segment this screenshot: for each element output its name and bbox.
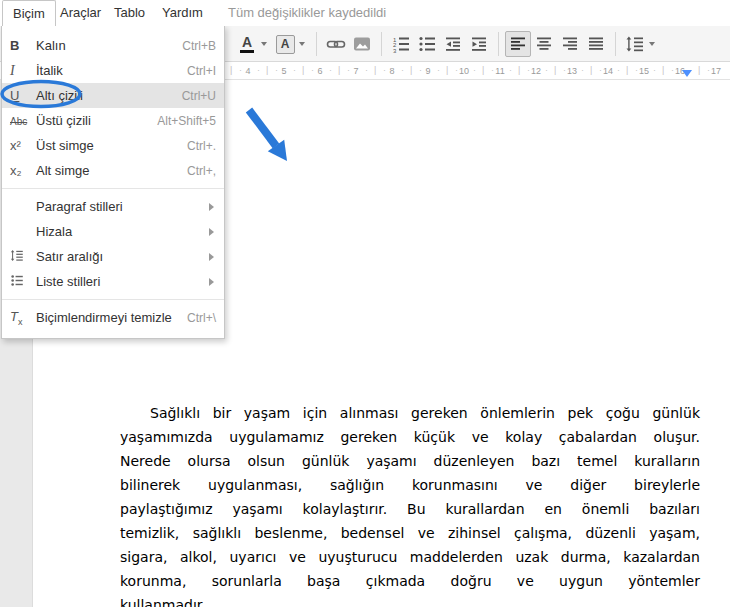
menubar: Biçim Araçlar Tablo Yardım Tüm değişikli… xyxy=(0,0,730,26)
menu-item-strikethrough[interactable]: Abc Üstü çizili Alt+Shift+5 xyxy=(2,108,224,133)
line-spacing-button[interactable] xyxy=(622,31,648,57)
text-color-dropdown-icon[interactable] xyxy=(261,42,267,46)
ruler-tick: · xyxy=(473,65,476,75)
right-indent-marker[interactable] xyxy=(682,70,692,77)
ruler-tick: | xyxy=(482,65,484,75)
menu-item-label: Kalın xyxy=(36,38,182,53)
menu-tablo[interactable]: Tablo xyxy=(104,0,155,26)
align-center-icon xyxy=(536,36,552,52)
text-line[interactable]: korunma, sorunlarla başa çıkmada doğru v… xyxy=(120,570,700,594)
body-paragraph[interactable]: Sağlıklı bir yaşam için alınması gereken… xyxy=(120,402,700,607)
menu-item-label: Liste stilleri xyxy=(36,274,209,289)
text-line[interactable]: temizlik, sağlıklı beslenme, bedensel ve… xyxy=(120,522,700,546)
submenu-arrow-icon xyxy=(209,278,214,286)
menu-bicim[interactable]: Biçim xyxy=(2,0,56,26)
ruler-number: 7 xyxy=(353,66,358,76)
decrease-indent-button[interactable] xyxy=(440,31,466,57)
menu-araclar[interactable]: Araçlar xyxy=(50,0,111,26)
ruler-tick: | xyxy=(518,65,520,75)
toolbar-divider xyxy=(316,32,317,56)
menu-item-align[interactable]: Hizala xyxy=(2,219,224,244)
menu-item-italic[interactable]: I İtalik Ctrl+I xyxy=(2,58,224,83)
insert-link-button[interactable] xyxy=(323,31,349,57)
insert-image-button[interactable] xyxy=(349,31,375,57)
menu-item-clear-formatting[interactable]: Tx Biçimlendirmeyi temizle Ctrl+\ xyxy=(2,305,224,330)
text-line[interactable]: Nerede olursa olsun günlük yaşamı düzenl… xyxy=(120,450,700,474)
ruler-tick: · xyxy=(311,65,314,75)
menu-item-subscript[interactable]: x₂ Alt simge Ctrl+, xyxy=(2,158,224,183)
menu-item-shortcut: Ctrl+, xyxy=(187,164,216,178)
numbered-list-button[interactable]: 123 xyxy=(388,31,414,57)
ruler-tick: · xyxy=(653,65,656,75)
ruler-tick: · xyxy=(491,65,494,75)
toolbar-divider xyxy=(498,32,499,56)
underline-icon: U xyxy=(10,88,36,103)
align-right-button[interactable] xyxy=(557,31,583,57)
ruler-tick: · xyxy=(239,65,242,75)
menu-item-bold[interactable]: B Kalın Ctrl+B xyxy=(2,33,224,58)
menu-item-paragraph-styles[interactable]: Paragraf stilleri xyxy=(2,194,224,219)
highlight-color-button[interactable]: A xyxy=(272,31,298,57)
ruler-tick: | xyxy=(338,65,340,75)
ruler-tick: · xyxy=(545,65,548,75)
ruler-number: 8 xyxy=(389,66,394,76)
align-left-button[interactable] xyxy=(505,31,531,57)
ruler-tick: · xyxy=(527,65,530,75)
align-justify-button[interactable] xyxy=(583,31,609,57)
menu-item-label: Hizala xyxy=(36,224,209,239)
text-line[interactable]: yaşamımızda uygulamamız gereken küçük ve… xyxy=(120,426,700,450)
ruler-tick: · xyxy=(365,65,368,75)
ruler-number: 10 xyxy=(459,66,469,76)
format-menu: B Kalın Ctrl+B I İtalik Ctrl+I U Altı çi… xyxy=(1,25,225,339)
menu-item-line-spacing[interactable]: Satır aralığı xyxy=(2,244,224,269)
text-color-button[interactable]: A xyxy=(234,31,260,57)
line-spacing-icon xyxy=(626,35,644,53)
menu-item-shortcut: Ctrl+\ xyxy=(187,311,216,325)
ruler-tick: · xyxy=(329,65,332,75)
menu-item-underline[interactable]: U Altı çizili Ctrl+U xyxy=(2,83,224,108)
align-center-button[interactable] xyxy=(531,31,557,57)
ruler-number: 5 xyxy=(281,66,286,76)
ruler-tick: · xyxy=(707,65,710,75)
text-line[interactable]: Sağlıklı bir yaşam için alınması gereken… xyxy=(120,402,700,426)
submenu-arrow-icon xyxy=(209,203,214,211)
menu-separator xyxy=(2,299,224,300)
menu-item-shortcut: Alt+Shift+5 xyxy=(157,114,216,128)
link-icon xyxy=(326,35,346,53)
ruler-tick: · xyxy=(383,65,386,75)
text-line[interactable]: bilinerek uygulanması, sağlığın korunmas… xyxy=(120,474,700,498)
ruler-tick: · xyxy=(599,65,602,75)
menu-yardim[interactable]: Yardım xyxy=(152,0,213,26)
menu-item-shortcut: Ctrl+I xyxy=(187,64,216,78)
bulleted-list-button[interactable] xyxy=(414,31,440,57)
menu-item-label: Biçimlendirmeyi temizle xyxy=(36,310,187,325)
menu-item-label: Satır aralığı xyxy=(36,249,209,264)
highlight-color-dropdown-icon[interactable] xyxy=(299,42,305,46)
menu-item-label: Üstü çizili xyxy=(36,113,157,128)
menu-item-list-styles[interactable]: Liste stilleri xyxy=(2,269,224,294)
superscript-icon: x² xyxy=(10,138,36,153)
menu-item-superscript[interactable]: x² Üst simge Ctrl+. xyxy=(2,133,224,158)
ruler-tick: · xyxy=(455,65,458,75)
menu-item-shortcut: Ctrl+B xyxy=(182,39,216,53)
ruler-tick: · xyxy=(617,65,620,75)
line-spacing-dropdown-icon[interactable] xyxy=(649,42,655,46)
ruler-number: 14 xyxy=(603,66,613,76)
bulleted-list-icon xyxy=(418,35,436,53)
image-icon xyxy=(353,35,371,53)
ruler-tick: | xyxy=(374,65,376,75)
ruler-tick: · xyxy=(275,65,278,75)
text-line[interactable]: kullanmadır. xyxy=(120,594,700,607)
ruler-tick: | xyxy=(446,65,448,75)
ruler-tick: · xyxy=(347,65,350,75)
menu-item-label: Alt simge xyxy=(36,163,187,178)
text-line[interactable]: sigara, alkol, uyarıcı ve uyuşturucu mad… xyxy=(120,546,700,570)
increase-indent-button[interactable] xyxy=(466,31,492,57)
text-line[interactable]: paylaştığımız yaşamı kolaylaştırır. Bu k… xyxy=(120,498,700,522)
ruler-tick: | xyxy=(698,65,700,75)
increase-indent-icon xyxy=(470,35,488,53)
ruler-number: 12 xyxy=(531,66,541,76)
menu-separator xyxy=(2,188,224,189)
ruler-tick: · xyxy=(635,65,638,75)
toolbar-divider xyxy=(381,32,382,56)
